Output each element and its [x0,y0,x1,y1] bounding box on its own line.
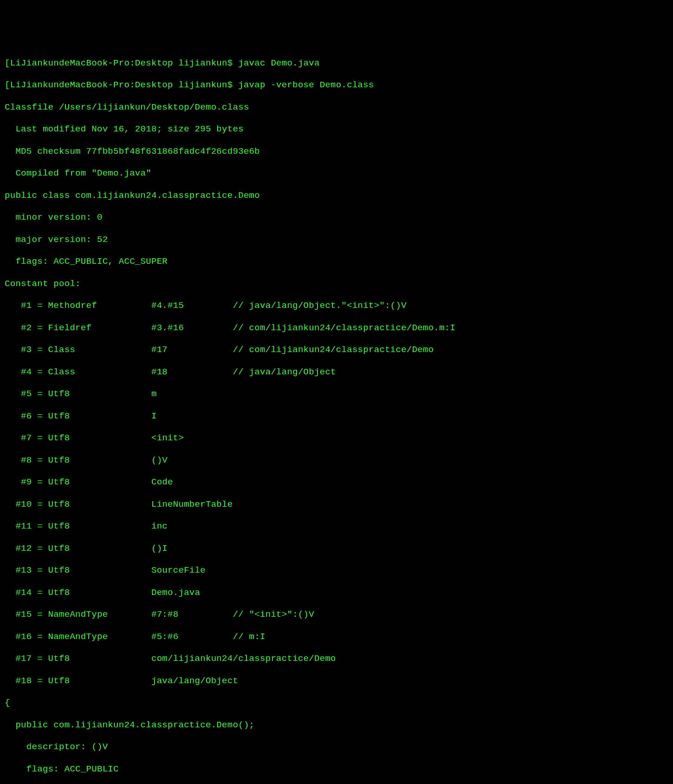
constant-pool-entry: #16 = NameAndType #5:#6 // m:I [5,632,673,643]
constant-pool-entry: #12 = Utf8 ()I [5,543,673,555]
brace-open: { [5,698,673,709]
constant-pool-entry: #11 = Utf8 inc [5,521,673,532]
constant-pool-entry: #4 = Class #18 // java/lang/Object [5,367,673,378]
constant-pool-entry: #18 = Utf8 java/lang/Object [5,676,673,687]
constant-pool-entry: #14 = Utf8 Demo.java [5,588,673,599]
constant-pool-entry: #17 = Utf8 com/lijiankun24/classpractice… [5,653,673,665]
output-line: major version: 52 [5,235,673,246]
output-line: public class com.lijiankun24.classpracti… [5,190,673,202]
constant-pool-entry: #2 = Fieldref #3.#16 // com/lijiankun24/… [5,323,673,334]
constant-pool-entry: #6 = Utf8 I [5,411,673,422]
output-line: flags: ACC_PUBLIC, ACC_SUPER [5,256,673,268]
constant-pool-entry: #3 = Class #17 // com/lijiankun24/classp… [5,345,673,356]
constant-pool-header: Constant pool: [5,279,673,290]
prompt-line: [LiJiankundeMacBook-Pro:Desktop lijianku… [5,58,673,69]
prompt-line: [LiJiankundeMacBook-Pro:Desktop lijianku… [5,80,673,91]
output-line: Compiled from "Demo.java" [5,168,673,179]
constant-pool-entry: #9 = Utf8 Code [5,477,673,488]
output-line: MD5 checksum 77fbb5bf48f631868fadc4f26cd… [5,146,673,157]
constant-pool-entry: #7 = Utf8 <init> [5,433,673,444]
output-line: Classfile /Users/lijiankun/Desktop/Demo.… [5,102,673,113]
constant-pool-entry: #5 = Utf8 m [5,389,673,400]
constant-pool-entry: #15 = NameAndType #7:#8 // "<init>":()V [5,609,673,621]
method-flags: flags: ACC_PUBLIC [5,764,673,775]
method-signature: public com.lijiankun24.classpractice.Dem… [5,720,673,731]
constant-pool-entry: #13 = Utf8 SourceFile [5,565,673,576]
terminal-window[interactable]: [LiJiankundeMacBook-Pro:Desktop lijianku… [5,47,673,784]
constant-pool-entry: #10 = Utf8 LineNumberTable [5,499,673,510]
output-line: minor version: 0 [5,212,673,223]
constant-pool-entry: #1 = Methodref #4.#15 // java/lang/Objec… [5,301,673,312]
constant-pool-entry: #8 = Utf8 ()V [5,455,673,466]
output-line: Last modified Nov 16, 2018; size 295 byt… [5,124,673,135]
method-descriptor: descriptor: ()V [5,742,673,753]
